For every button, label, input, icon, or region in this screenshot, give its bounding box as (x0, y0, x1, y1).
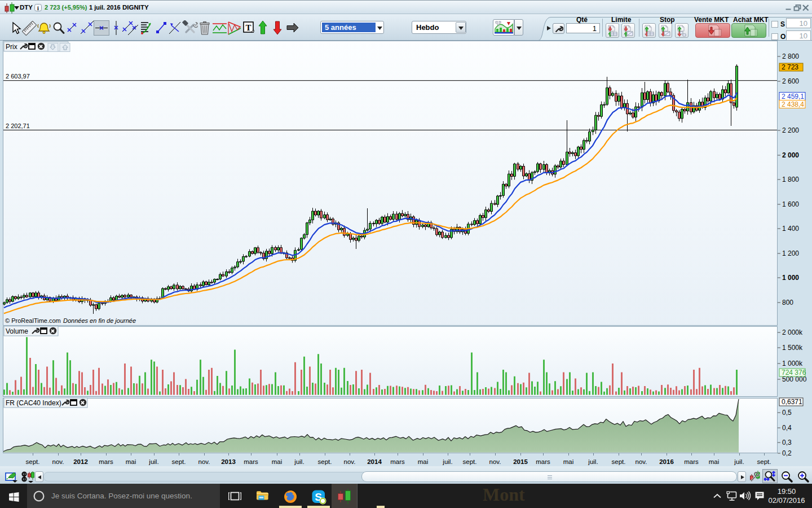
svg-text:1 600: 1 600 (782, 200, 799, 208)
svg-text:nov.: nov. (344, 458, 356, 465)
svg-text:nov.: nov. (52, 458, 64, 465)
svg-text:juil.: juil. (148, 458, 158, 465)
svg-text:1 800: 1 800 (782, 176, 799, 183)
svg-text:T: T (245, 23, 251, 32)
svg-text:mai: mai (272, 458, 283, 465)
svg-text:2 438,4: 2 438,4 (782, 100, 804, 108)
svg-text:1 000k: 1 000k (782, 360, 803, 367)
svg-text:0,2: 0,2 (782, 449, 792, 457)
svg-text:i: i (37, 5, 39, 11)
svg-text:mai: mai (563, 458, 574, 465)
svg-text:2012: 2012 (73, 458, 88, 465)
svg-text:sept.: sept. (172, 458, 186, 465)
svg-text:2 000k: 2 000k (782, 329, 803, 336)
svg-text:1 500k: 1 500k (782, 344, 803, 352)
svg-text:0,3: 0,3 (782, 439, 792, 446)
svg-text:2 723: 2 723 (782, 63, 798, 71)
svg-text:juil.: juil. (442, 458, 452, 465)
svg-text:0,5: 0,5 (782, 409, 792, 417)
svg-text:Données en fin de journée: Données en fin de journée (63, 317, 136, 324)
svg-text:sept.: sept. (318, 458, 332, 465)
svg-text:FR (CAC40 Index): FR (CAC40 Index) (6, 399, 61, 407)
svg-text:0,6371: 0,6371 (782, 398, 802, 406)
svg-text:© ProRealTime.com: © ProRealTime.com (5, 317, 61, 324)
svg-text:2013: 2013 (221, 458, 236, 465)
svg-text:mai: mai (418, 458, 429, 465)
svg-text:sept.: sept. (757, 458, 771, 465)
svg-text:724 376: 724 376 (782, 369, 806, 376)
svg-text:2 600: 2 600 (782, 77, 799, 85)
svg-text:2 202,71: 2 202,71 (6, 122, 30, 129)
svg-text:2 200: 2 200 (782, 126, 799, 134)
svg-text:2016: 2016 (659, 458, 674, 465)
svg-text:sept.: sept. (612, 458, 626, 465)
svg-text:0,4: 0,4 (782, 424, 792, 432)
svg-text:juil.: juil. (734, 458, 744, 465)
svg-text:mars: mars (536, 458, 550, 465)
svg-text:mars: mars (390, 458, 405, 465)
svg-text:1 200: 1 200 (782, 249, 799, 257)
svg-text:2 459,1: 2 459,1 (782, 93, 804, 100)
svg-text:juil.: juil. (588, 458, 598, 465)
svg-text:2 603,97: 2 603,97 (6, 73, 30, 80)
svg-text:mars: mars (99, 458, 113, 465)
svg-text:juil.: juil. (294, 458, 304, 465)
svg-text:mars: mars (684, 458, 699, 465)
svg-text:nov.: nov. (636, 458, 647, 465)
svg-text:2 000: 2 000 (782, 151, 799, 159)
svg-text:mai: mai (126, 458, 136, 465)
svg-text:1 400: 1 400 (782, 225, 799, 233)
svg-text:Volume: Volume (6, 327, 28, 335)
svg-text:2014: 2014 (367, 458, 382, 465)
svg-text:1 000: 1 000 (782, 274, 799, 282)
svg-text:nov.: nov. (489, 458, 501, 465)
svg-text:Prix: Prix (6, 43, 17, 51)
svg-text:mars: mars (244, 458, 258, 465)
svg-text:2 800: 2 800 (782, 52, 799, 60)
svg-text:800: 800 (782, 299, 793, 306)
svg-text:sept.: sept. (26, 458, 40, 465)
svg-text:mai: mai (709, 458, 720, 465)
svg-text:nov.: nov. (198, 458, 210, 465)
svg-text:2015: 2015 (513, 458, 528, 465)
svg-text:sept.: sept. (463, 458, 477, 465)
